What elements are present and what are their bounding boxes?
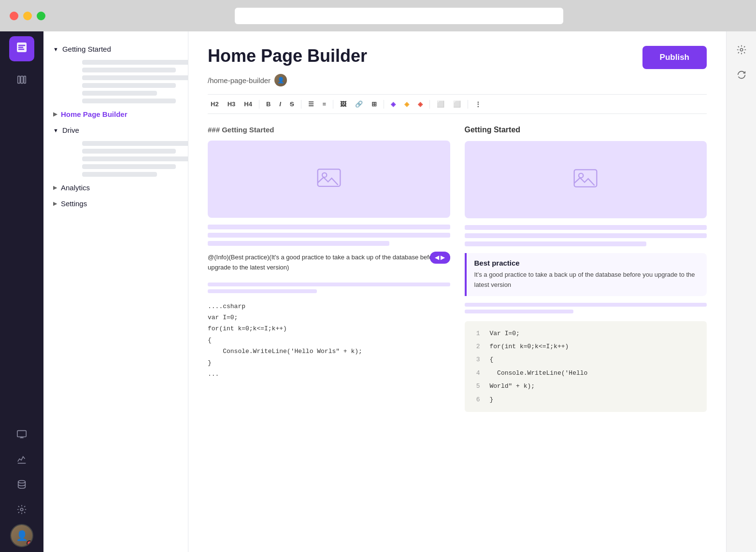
right-panel xyxy=(726,31,756,552)
database-icon-btn[interactable] xyxy=(11,474,32,495)
slug-text: /home-page-builder xyxy=(208,76,271,85)
nav-placeholder xyxy=(82,99,176,103)
refresh-panel-icon[interactable] xyxy=(733,66,750,84)
toolbar-divider xyxy=(468,100,468,109)
text-placeholder xyxy=(465,225,707,230)
toolbar-divider xyxy=(384,100,384,109)
library-icon-btn[interactable] xyxy=(11,69,32,90)
line-number: 6 xyxy=(472,394,480,405)
nav-label-analytics: Analytics xyxy=(61,184,90,192)
toolbar-strikethrough[interactable]: S xyxy=(287,99,297,110)
code-preview-line: 6 } xyxy=(465,393,707,406)
nav-label-getting-started: Getting Started xyxy=(62,45,111,53)
close-button[interactable] xyxy=(10,12,18,20)
line-code: World" + k); xyxy=(490,381,535,392)
toolbar-color1[interactable]: ◈ xyxy=(388,99,399,110)
callout-preview-text: It's a good practice to take a back up o… xyxy=(474,270,699,290)
line-code: Console.WriteLine('Hello xyxy=(490,368,588,379)
line-number: 2 xyxy=(472,341,480,352)
toolbar-h2[interactable]: H2 xyxy=(208,99,222,110)
nav-item-analytics[interactable]: ▶ Analytics xyxy=(43,180,188,196)
code-preview-line: 5 World" + k); xyxy=(465,380,707,393)
image-icon xyxy=(315,165,342,194)
traffic-lights xyxy=(10,12,45,20)
minimize-button[interactable] xyxy=(23,12,32,20)
toolbar-h4[interactable]: H4 xyxy=(241,99,255,110)
editor-preview-col: Getting Started Best practice xyxy=(465,126,707,412)
nav-placeholder xyxy=(82,83,176,88)
nav-item-settings[interactable]: ▶ Settings xyxy=(43,196,188,212)
nav-item-home-page-builder[interactable]: ▶ Home Page Builder xyxy=(43,106,188,122)
nav-label-settings: Settings xyxy=(61,199,87,208)
editor-source-col: ### Getting Started @(Info)(Best practic xyxy=(208,126,450,412)
nav-placeholder xyxy=(82,156,188,161)
icon-sidebar: 👤 xyxy=(0,31,43,552)
app-shell: 👤 ▼ Getting Started ▶ Home Page Builder … xyxy=(0,31,756,552)
preview-image-placeholder xyxy=(465,141,707,218)
svg-rect-3 xyxy=(24,76,26,84)
svg-rect-1 xyxy=(18,76,20,84)
toolbar-more[interactable]: ⋮ xyxy=(472,99,484,110)
nav-arrow-home-page-builder: ▶ xyxy=(53,111,57,117)
toolbar-block1[interactable]: ⬜ xyxy=(434,99,447,110)
toolbar-image[interactable]: 🖼 xyxy=(337,99,349,110)
svg-point-11 xyxy=(740,48,743,51)
nav-subitems-getting-started xyxy=(43,60,188,103)
user-avatar[interactable]: 👤 xyxy=(10,524,33,547)
code-line-3: { xyxy=(208,335,450,346)
title-bar xyxy=(0,0,756,31)
monitor-icon-btn[interactable] xyxy=(11,424,32,445)
source-image-placeholder xyxy=(208,141,450,218)
nav-placeholder xyxy=(82,164,176,169)
code-preview: 1 Var I=0; 2 for(int k=0;k<=I;k++) 3 { 4… xyxy=(465,321,707,412)
nav-placeholder xyxy=(82,172,157,177)
nav-arrow-analytics: ▶ xyxy=(53,184,57,191)
callout-source: @(Info)(Best practice)(It's a good pract… xyxy=(208,253,450,273)
image-icon xyxy=(572,165,599,194)
url-bar[interactable] xyxy=(235,8,563,24)
text-placeholder xyxy=(208,241,389,246)
nav-sidebar: ▼ Getting Started ▶ Home Page Builder ▼ … xyxy=(43,31,188,552)
nav-placeholder xyxy=(82,68,176,72)
line-code: { xyxy=(490,354,494,365)
text-placeholder xyxy=(208,225,450,229)
nav-placeholder xyxy=(82,149,176,154)
toolbar-italic[interactable]: I xyxy=(276,99,284,110)
text-placeholder xyxy=(208,233,450,238)
toolbar-h3[interactable]: H3 xyxy=(225,99,239,110)
nav-placeholder xyxy=(82,141,188,146)
nav-arrow-getting-started: ▼ xyxy=(53,46,58,52)
slug-avatar: 👤 xyxy=(274,74,287,86)
publish-button[interactable]: Publish xyxy=(642,46,707,69)
toolbar-bold[interactable]: B xyxy=(263,99,273,110)
logo-button[interactable] xyxy=(9,36,34,61)
nav-item-drive[interactable]: ▼ Drive xyxy=(43,122,188,138)
code-preview-line: 4 Console.WriteLine('Hello xyxy=(465,367,707,380)
nav-subitems-drive xyxy=(43,141,188,177)
line-code: } xyxy=(490,394,494,405)
svg-point-5 xyxy=(18,481,26,483)
nav-item-getting-started[interactable]: ▼ Getting Started xyxy=(43,41,188,57)
nav-placeholder xyxy=(82,60,188,65)
toolbar-ordered-list[interactable]: ≡ xyxy=(320,99,329,110)
toolbar-unordered-list[interactable]: ☰ xyxy=(305,99,317,110)
toolbar-block2[interactable]: ⬜ xyxy=(450,99,464,110)
thin-divider xyxy=(465,310,574,313)
chart-icon-btn[interactable] xyxy=(11,449,32,470)
toolbar-table[interactable]: ⊞ xyxy=(369,99,380,110)
code-line-6: ... xyxy=(208,368,450,380)
svg-point-8 xyxy=(322,173,327,177)
code-line-4: Console.WriteLine('Hello Worls" + k); xyxy=(208,346,450,357)
code-line-2: for(int k=0;k<=I;k++) xyxy=(208,323,450,334)
settings-panel-icon[interactable] xyxy=(733,41,750,58)
nav-placeholder xyxy=(82,91,157,96)
toolbar-color3[interactable]: ◈ xyxy=(415,99,426,110)
toolbar-link[interactable]: 🔗 xyxy=(352,99,366,110)
svg-rect-2 xyxy=(21,76,23,84)
nav-placeholder xyxy=(82,75,188,80)
settings-icon-btn[interactable] xyxy=(11,499,32,520)
toolbar-color2[interactable]: ◈ xyxy=(401,99,412,110)
callout-toggle-btn[interactable]: ◀ ▶ xyxy=(430,252,450,264)
fullscreen-button[interactable] xyxy=(37,12,45,20)
line-number: 3 xyxy=(472,354,480,365)
